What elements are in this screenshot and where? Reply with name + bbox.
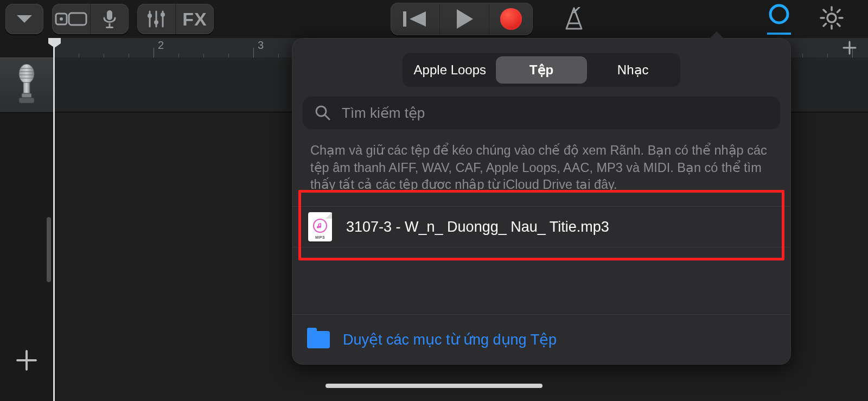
view-and-input-group bbox=[52, 4, 129, 34]
svg-rect-5 bbox=[106, 27, 113, 28]
loop-browser-icon bbox=[767, 3, 791, 27]
mp3-file-icon: MP3 bbox=[308, 212, 332, 241]
metronome-button[interactable] bbox=[558, 4, 590, 34]
svg-rect-22 bbox=[23, 82, 30, 93]
rewind-button[interactable] bbox=[391, 4, 439, 34]
file-search-box[interactable] bbox=[303, 97, 780, 129]
track-header-column bbox=[0, 38, 54, 401]
browse-files-app-button[interactable]: Duyệt các mục từ ứng dụng Tệp bbox=[292, 314, 791, 365]
ruler-bar-number: 3 bbox=[258, 39, 264, 52]
mixer-fx-group: FX bbox=[137, 4, 214, 34]
fx-label: FX bbox=[182, 9, 207, 30]
add-track-button[interactable] bbox=[15, 349, 38, 374]
browser-tab-segmented-control: Apple Loops Tệp Nhạc bbox=[403, 53, 680, 87]
file-item[interactable]: MP3 3107-3 - W_n_ Duongg_ Nau_ Titie.mp3 bbox=[292, 206, 791, 247]
vertical-scrollbar[interactable] bbox=[47, 217, 51, 282]
disclosure-button[interactable] bbox=[5, 4, 43, 34]
browse-link-label: Duyệt các mục từ ứng dụng Tệp bbox=[343, 331, 557, 348]
svg-rect-2 bbox=[69, 13, 86, 25]
svg-point-9 bbox=[148, 14, 152, 18]
record-icon bbox=[500, 8, 522, 30]
svg-line-30 bbox=[325, 115, 329, 119]
settings-button[interactable] bbox=[819, 5, 844, 33]
playhead[interactable] bbox=[53, 38, 55, 401]
svg-rect-12 bbox=[403, 11, 406, 27]
file-browser-popover: Apple Loops Tệp Nhạc Chạm và giữ các tệp… bbox=[292, 38, 791, 365]
microphone-input-button[interactable] bbox=[90, 4, 129, 34]
svg-point-11 bbox=[161, 12, 165, 17]
top-toolbar: FX bbox=[0, 0, 868, 38]
transport-group bbox=[391, 3, 533, 35]
condenser-mic-icon bbox=[14, 64, 40, 106]
gear-icon bbox=[819, 5, 844, 30]
ruler-bar-number: 2 bbox=[158, 39, 164, 52]
mixer-button[interactable] bbox=[137, 4, 175, 34]
tab-apple-loops[interactable]: Apple Loops bbox=[404, 56, 496, 84]
svg-rect-4 bbox=[109, 23, 111, 27]
play-button[interactable] bbox=[439, 4, 489, 34]
svg-point-16 bbox=[827, 14, 836, 22]
svg-point-10 bbox=[154, 20, 158, 24]
svg-rect-24 bbox=[19, 98, 34, 103]
record-button[interactable] bbox=[489, 4, 533, 34]
tab-label: Tệp bbox=[529, 62, 553, 78]
file-search-input[interactable] bbox=[341, 104, 768, 122]
svg-rect-23 bbox=[22, 93, 31, 98]
file-ext-label: MP3 bbox=[315, 235, 325, 240]
track-header-audio[interactable] bbox=[0, 58, 53, 113]
add-marker-button[interactable] bbox=[842, 40, 857, 58]
loop-browser-button[interactable] bbox=[767, 3, 791, 35]
toolbar-right-group bbox=[767, 3, 863, 35]
tab-files[interactable]: Tệp bbox=[496, 56, 588, 84]
tab-music[interactable]: Nhạc bbox=[587, 56, 679, 84]
search-icon bbox=[315, 105, 331, 121]
svg-point-15 bbox=[770, 5, 788, 23]
svg-point-17 bbox=[19, 64, 34, 84]
fx-button[interactable]: FX bbox=[175, 4, 214, 34]
svg-rect-3 bbox=[107, 10, 112, 20]
folder-icon bbox=[307, 331, 330, 348]
tracks-view-button[interactable] bbox=[52, 4, 90, 34]
tab-label: Apple Loops bbox=[414, 62, 486, 78]
import-help-text: Chạm và giữ các tệp để kéo chúng vào chế… bbox=[310, 142, 773, 194]
home-indicator bbox=[326, 384, 542, 388]
tab-label: Nhạc bbox=[617, 62, 649, 78]
file-name-label: 3107-3 - W_n_ Duongg_ Nau_ Titie.mp3 bbox=[346, 219, 609, 235]
svg-point-1 bbox=[60, 17, 63, 21]
